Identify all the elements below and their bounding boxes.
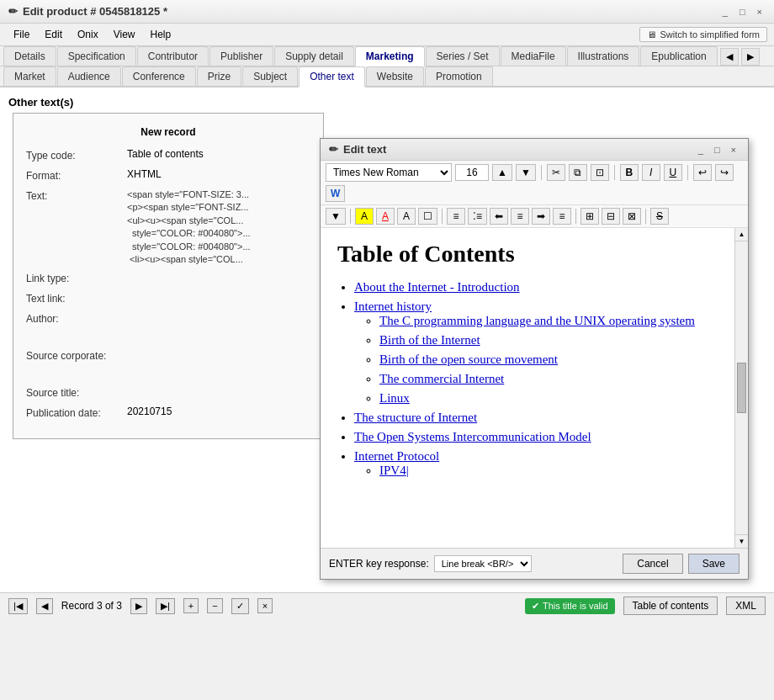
font-size-down-btn[interactable]: ▼ — [516, 164, 536, 181]
tab-prev-btn[interactable]: ◀ — [720, 48, 739, 66]
sub-tab-audience[interactable]: Audience — [57, 66, 121, 86]
sub-tab-promotion[interactable]: Promotion — [425, 66, 493, 86]
toc-link-osi[interactable]: The Open Systems Intercommunication Mode… — [354, 430, 591, 443]
sub-tab-subject[interactable]: Subject — [242, 66, 298, 86]
underline-btn[interactable]: U — [664, 164, 682, 181]
toc-link-open-source[interactable]: Birth of the open source movement — [379, 353, 558, 366]
highlight-btn[interactable]: A — [355, 208, 374, 225]
toc-link-about[interactable]: About the Internet - Introduction — [354, 280, 520, 294]
italic-btn[interactable]: I — [642, 164, 660, 181]
maximize-btn[interactable]: □ — [736, 7, 749, 17]
sub-tab-market[interactable]: Market — [3, 66, 56, 86]
menu-bar: File Edit Onix View Help 🖥 Switch to sim… — [0, 24, 774, 46]
indent-btn[interactable]: ⊟ — [602, 208, 620, 225]
window-controls[interactable]: _ □ × — [719, 7, 766, 17]
outdent-btn[interactable]: ⊠ — [623, 208, 641, 225]
switch-simplified-btn[interactable]: 🖥 Switch to simplified form — [639, 27, 767, 42]
dialog-minimize-btn[interactable]: _ — [695, 145, 707, 155]
dropdown-btn[interactable]: ▼ — [326, 208, 346, 225]
tab-supply-detail[interactable]: Supply detail — [274, 46, 354, 66]
link-type-label: Link type: — [26, 271, 127, 284]
copy-btn[interactable]: ⧉ — [569, 164, 587, 181]
font-size-input[interactable] — [455, 164, 489, 181]
minimize-btn[interactable]: _ — [719, 7, 731, 17]
content-heading: Table of Contents — [337, 241, 718, 268]
paste-btn[interactable]: ⊡ — [591, 164, 609, 181]
bold-btn[interactable]: B — [620, 164, 639, 181]
toc-link-linux[interactable]: Linux — [379, 391, 410, 405]
font-color-btn[interactable]: A — [376, 208, 395, 225]
font-size-up-btn[interactable]: ▲ — [492, 164, 512, 181]
nav-first-btn[interactable]: |◀ — [8, 598, 28, 614]
nav-confirm-btn[interactable]: ✓ — [231, 598, 249, 614]
tab-series-set[interactable]: Series / Set — [426, 46, 500, 66]
save-button[interactable]: Save — [688, 554, 740, 574]
tab-details[interactable]: Details — [3, 46, 56, 66]
dialog-close-btn[interactable]: × — [728, 145, 740, 155]
sub-tab-other-text[interactable]: Other text — [299, 66, 365, 88]
redo-btn[interactable]: ↪ — [715, 164, 734, 181]
tab-specification[interactable]: Specification — [57, 46, 136, 66]
toc-link-ip[interactable]: Internet Protocol — [354, 449, 439, 463]
cancel-button[interactable]: Cancel — [623, 554, 682, 574]
tab-marketing[interactable]: Marketing — [355, 46, 425, 66]
undo-btn[interactable]: ↩ — [693, 164, 712, 181]
cut-btn[interactable]: ✂ — [547, 164, 565, 181]
tab-illustrations[interactable]: Illustrations — [567, 46, 640, 66]
text-link-label: Text link: — [26, 291, 127, 305]
image-btn[interactable]: ☐ — [418, 208, 437, 225]
tab-contributor[interactable]: Contributor — [137, 46, 209, 66]
sub-tab-conference[interactable]: Conference — [122, 66, 196, 86]
align-right-btn[interactable]: ➡ — [532, 208, 550, 225]
enter-key-row: ENTER key response: Line break <BR/> — [329, 555, 532, 572]
table-btn[interactable]: ⊞ — [580, 208, 599, 225]
main-content: Other text(s) New record Type code: Tabl… — [0, 88, 774, 592]
strikethrough-btn[interactable]: S — [650, 208, 669, 225]
tab-mediafile[interactable]: MediaFile — [501, 46, 566, 66]
enter-key-select[interactable]: Line break <BR/> — [434, 555, 532, 572]
menu-onix[interactable]: Onix — [71, 26, 105, 43]
toc-link-structure[interactable]: The structure of Internet — [354, 411, 477, 424]
background-color-btn[interactable]: A — [397, 208, 416, 225]
nav-add-btn[interactable]: + — [183, 598, 199, 613]
menu-file[interactable]: File — [7, 26, 36, 43]
menu-help[interactable]: Help — [144, 26, 178, 43]
table-of-contents-btn[interactable]: Table of contents — [623, 597, 718, 615]
dialog-maximize-btn[interactable]: □ — [711, 145, 724, 155]
toc-link-ipv4[interactable]: IPV4 — [379, 464, 409, 477]
tab-next-btn[interactable]: ▶ — [741, 48, 760, 66]
scroll-thumb[interactable] — [737, 363, 746, 413]
xml-btn[interactable]: XML — [726, 597, 766, 615]
toc-link-commercial[interactable]: The commercial Internet — [379, 372, 504, 385]
toc-sublist: The C programming language and the UNIX … — [379, 314, 718, 406]
align-center-btn[interactable]: ≡ — [511, 208, 529, 225]
tab-publisher[interactable]: Publisher — [209, 46, 273, 66]
justify-btn[interactable]: ≡ — [553, 208, 571, 225]
nav-next-btn[interactable]: ▶ — [130, 598, 147, 614]
tab-epublication[interactable]: Epublication — [640, 46, 717, 66]
scrollbar[interactable]: ▲ ▼ — [734, 228, 748, 548]
ordered-list-btn[interactable]: ≡ — [447, 208, 465, 225]
scroll-down-btn[interactable]: ▼ — [735, 534, 748, 548]
menu-edit[interactable]: Edit — [38, 26, 69, 43]
dialog-content[interactable]: Table of Contents About the Internet - I… — [321, 228, 734, 548]
toc-link-history[interactable]: Internet history — [354, 300, 432, 313]
align-left-btn[interactable]: ⬅ — [490, 208, 508, 225]
word-btn[interactable]: W — [326, 185, 345, 202]
list-item: Internet Protocol IPV4 — [354, 449, 718, 478]
close-btn[interactable]: × — [754, 7, 766, 17]
nav-last-btn[interactable]: ▶| — [156, 598, 175, 614]
menu-view[interactable]: View — [107, 26, 142, 43]
unordered-list-btn[interactable]: ⁚≡ — [468, 208, 487, 225]
dialog-controls[interactable]: _ □ × — [695, 145, 740, 155]
scroll-up-btn[interactable]: ▲ — [735, 228, 748, 241]
font-selector[interactable]: Times New Roman — [326, 163, 452, 182]
nav-cancel-btn[interactable]: × — [257, 598, 273, 613]
sub-tab-prize[interactable]: Prize — [197, 66, 241, 86]
nav-remove-btn[interactable]: − — [207, 598, 222, 613]
toc-link-c-lang[interactable]: The C programming language and the UNIX … — [379, 314, 695, 327]
toc-link-birth-internet[interactable]: Birth of the Internet — [379, 333, 480, 347]
sub-tab-website[interactable]: Website — [366, 66, 424, 86]
format-value: XHTML — [127, 168, 310, 180]
nav-prev-btn[interactable]: ◀ — [36, 598, 53, 614]
